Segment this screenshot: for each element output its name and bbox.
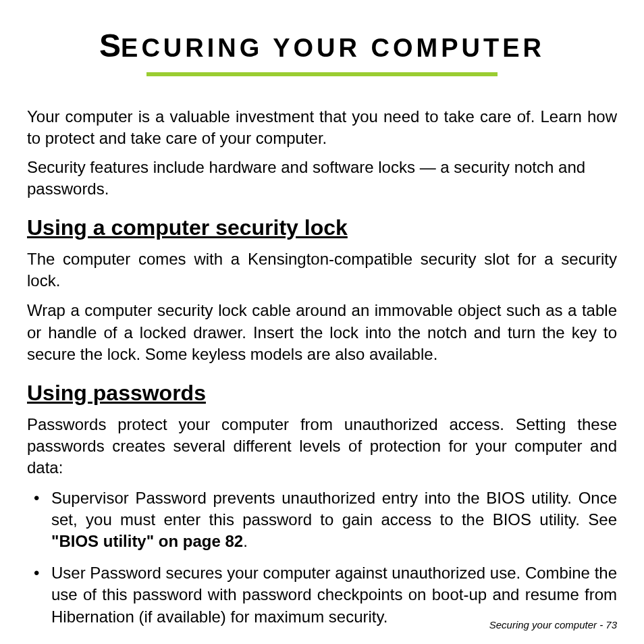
page-footer: Securing your computer - 73 [489,619,617,630]
intro-paragraph-2: Security features include hardware and s… [27,157,617,200]
intro-paragraph-1: Your computer is a valuable investment t… [27,106,617,150]
bullet-supervisor-password: Supervisor Password prevents unauthorize… [27,487,617,553]
title-underline [146,72,498,76]
password-bullet-list: Supervisor Password prevents unauthorize… [27,487,617,628]
section-heading-passwords: Using passwords [27,381,617,406]
title-initial: S [99,28,121,63]
section-heading-security-lock: Using a computer security lock [27,215,617,240]
bullet-text-post: . [243,532,248,550]
bullet-text-pre: User Password secures your computer agai… [51,564,617,626]
title-rest: ECURING YOUR COMPUTER [121,34,545,62]
bullet-text-pre: Supervisor Password prevents unauthorize… [51,489,617,529]
security-lock-para-1: The computer comes with a Kensington-com… [27,248,617,292]
page-title: SECURING YOUR COMPUTER [27,27,617,64]
bios-utility-reference: "BIOS utility" on page 82 [51,532,243,550]
passwords-para-1: Passwords protect your computer from una… [27,414,617,479]
bullet-user-password: User Password secures your computer agai… [27,562,617,628]
security-lock-para-2: Wrap a computer security lock cable arou… [27,300,617,365]
